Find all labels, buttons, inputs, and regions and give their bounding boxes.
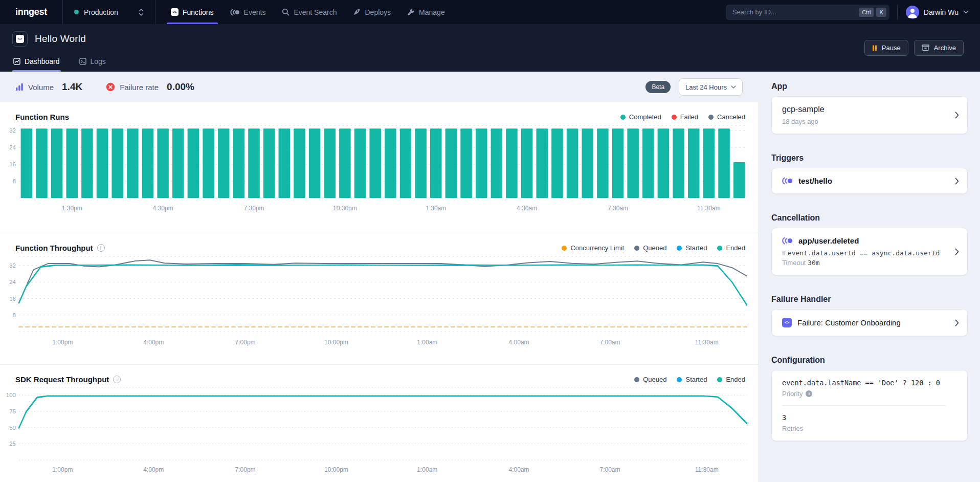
legend-dot bbox=[717, 377, 722, 382]
function-icon: <> bbox=[12, 31, 28, 47]
function-throughput-section: Function Throughput i Concurrency LimitQ… bbox=[0, 233, 759, 364]
legend-dot bbox=[562, 246, 567, 251]
archive-label: Archive bbox=[934, 44, 956, 52]
svg-text:7:30am: 7:30am bbox=[608, 205, 628, 212]
nav-item-events[interactable]: Events bbox=[222, 0, 274, 24]
nav-item-label: Deploys bbox=[365, 8, 391, 16]
error-circle-icon bbox=[106, 82, 115, 92]
nav-item-functions[interactable]: <> Functions bbox=[163, 0, 222, 24]
retries-label: Retries bbox=[782, 425, 946, 432]
functions-icon: <> bbox=[171, 8, 179, 16]
failure-rate-label: Failure rate bbox=[120, 83, 159, 92]
svg-text:4:00pm: 4:00pm bbox=[143, 466, 164, 473]
svg-text:1:30pm: 1:30pm bbox=[62, 205, 82, 212]
legend-item: Canceled bbox=[708, 113, 745, 121]
global-search[interactable]: Ctrl K bbox=[726, 5, 889, 20]
chart-title: Function Throughput i bbox=[15, 244, 105, 252]
chart-title: SDK Request Throughput i bbox=[15, 375, 121, 384]
environment-label: Production bbox=[84, 8, 133, 16]
svg-text:4:00am: 4:00am bbox=[509, 339, 529, 346]
failure-rate-value: 0.00% bbox=[167, 81, 194, 93]
retries-value: 3 bbox=[782, 413, 946, 422]
svg-text:7:00pm: 7:00pm bbox=[235, 339, 256, 346]
svg-text:1:00pm: 1:00pm bbox=[52, 339, 73, 346]
trigger-event-name: test/hello bbox=[798, 177, 832, 185]
nav-item-event-search[interactable]: Event Search bbox=[274, 0, 345, 24]
info-icon[interactable]: i bbox=[113, 376, 121, 383]
svg-text:24: 24 bbox=[9, 144, 16, 150]
nav-item-label: Manage bbox=[419, 8, 445, 16]
volume-value: 1.4K bbox=[62, 81, 82, 93]
tab-dashboard[interactable]: Dashboard bbox=[12, 53, 61, 72]
trigger-card[interactable]: test/hello bbox=[771, 168, 968, 194]
legend-dot bbox=[620, 115, 626, 120]
archive-button[interactable]: Archive bbox=[914, 40, 964, 56]
app-name: gcp-sample bbox=[782, 105, 946, 114]
function-throughput-chart: 81624321:00pm4:00pm7:00pm10:00pm1:00am4:… bbox=[0, 252, 759, 349]
cancellation-event-name: app/user.deleted bbox=[798, 236, 859, 245]
svg-text:25: 25 bbox=[9, 441, 16, 447]
svg-text:11:30am: 11:30am bbox=[697, 205, 721, 212]
svg-text:75: 75 bbox=[9, 408, 16, 414]
function-tabs: Dashboard Logs bbox=[12, 53, 107, 72]
nav-item-deploys[interactable]: Deploys bbox=[345, 0, 399, 24]
svg-text:4:00pm: 4:00pm bbox=[143, 339, 164, 346]
rocket-icon bbox=[353, 8, 361, 16]
svg-text:7:00am: 7:00am bbox=[599, 466, 620, 473]
failure-handler-card[interactable]: <> Failure: Customer Onboarding bbox=[771, 309, 968, 336]
svg-text:1:00am: 1:00am bbox=[417, 466, 437, 473]
legend-dot bbox=[672, 115, 677, 120]
svg-text:7:00pm: 7:00pm bbox=[235, 466, 256, 473]
environment-status-icon bbox=[74, 10, 79, 14]
user-menu[interactable]: Darwin Wu bbox=[906, 6, 980, 19]
volume-label: Volume bbox=[28, 83, 54, 92]
time-range-value: Last 24 Hours bbox=[685, 83, 727, 91]
avatar bbox=[906, 6, 919, 19]
environment-selector[interactable]: Production bbox=[63, 0, 155, 24]
chart-legend: QueuedStartedEnded bbox=[634, 376, 745, 383]
svg-text:11:30am: 11:30am bbox=[695, 339, 719, 346]
priority-expression: event.data.lastName == 'Doe' ? 120 : 0 bbox=[782, 379, 946, 387]
charts-panel: Function Runs CompletedFailedCanceled 81… bbox=[0, 102, 759, 482]
chart-legend: Concurrency LimitQueuedStartedEnded bbox=[562, 244, 745, 252]
pause-button[interactable]: Pause bbox=[864, 40, 908, 56]
legend-item: Queued bbox=[634, 244, 666, 252]
svg-text:1:30am: 1:30am bbox=[426, 205, 446, 212]
chevron-right-icon bbox=[955, 248, 959, 255]
section-cancellation: Cancellation bbox=[771, 213, 968, 223]
time-range-dropdown[interactable]: Last 24 Hours bbox=[679, 78, 743, 96]
nav-item-manage[interactable]: Manage bbox=[399, 0, 453, 24]
kbd-ctrl: Ctrl bbox=[859, 8, 874, 17]
legend-dot bbox=[677, 377, 682, 382]
search-input[interactable] bbox=[732, 8, 857, 16]
pause-label: Pause bbox=[882, 44, 901, 52]
page-title: Hello World bbox=[35, 33, 86, 45]
cancellation-card[interactable]: app/user.deleted If event.data.userId ==… bbox=[771, 228, 968, 275]
top-nav: inngest Production <> Functions Events bbox=[0, 0, 980, 24]
legend-item: Queued bbox=[634, 376, 666, 383]
tab-logs[interactable]: Logs bbox=[78, 53, 107, 72]
bar-chart-icon bbox=[15, 83, 24, 91]
tab-label: Dashboard bbox=[25, 57, 60, 65]
svg-text:16: 16 bbox=[9, 296, 16, 302]
cancellation-condition: If event.data.userId == async.data.userI… bbox=[782, 249, 946, 257]
section-configuration: Configuration bbox=[771, 356, 968, 365]
info-icon[interactable]: i bbox=[806, 390, 812, 397]
legend-dot bbox=[717, 246, 722, 251]
svg-text:50: 50 bbox=[9, 425, 16, 431]
search-icon bbox=[282, 8, 289, 16]
svg-text:1:00am: 1:00am bbox=[417, 339, 437, 346]
failure-handler-name: Failure: Customer Onboarding bbox=[797, 318, 901, 327]
svg-text:32: 32 bbox=[9, 127, 16, 134]
info-icon[interactable]: i bbox=[97, 244, 105, 252]
tab-label: Logs bbox=[91, 57, 106, 65]
legend-item: Completed bbox=[620, 113, 661, 121]
function-header: <> Hello World Dashboard Logs P bbox=[0, 24, 980, 72]
inngest-logo[interactable]: inngest bbox=[0, 0, 62, 24]
app-updated: 18 days ago bbox=[782, 118, 946, 125]
stats-bar: Volume 1.4K Failure rate 0.00% Beta Last… bbox=[0, 72, 759, 102]
legend-item: Concurrency Limit bbox=[562, 244, 624, 252]
app-card[interactable]: gcp-sample 18 days ago bbox=[771, 96, 968, 134]
chevron-down-icon bbox=[731, 85, 736, 89]
svg-text:24: 24 bbox=[9, 279, 16, 285]
